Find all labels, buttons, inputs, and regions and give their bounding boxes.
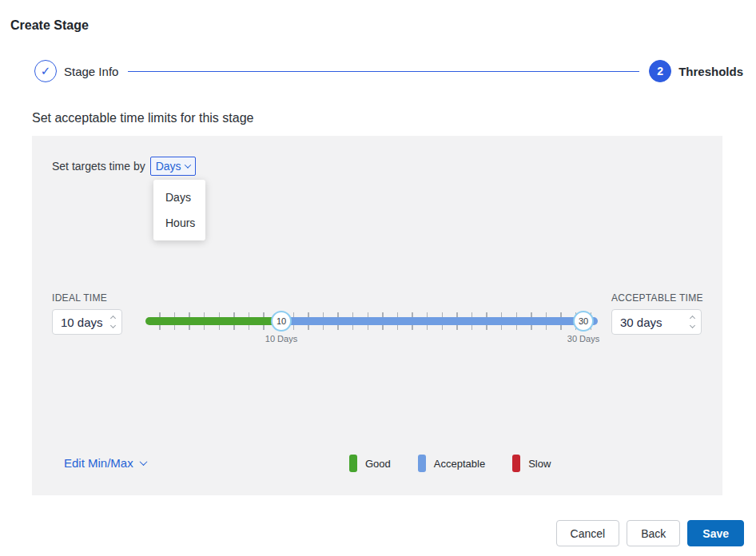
ideal-time-label: IDEAL TIME (52, 292, 107, 304)
unit-dropdown-menu: Days Hours (153, 180, 205, 240)
unit-option-hours[interactable]: Hours (153, 210, 205, 236)
thresholds-panel: Set targets time by Days Days Hours IDEA… (32, 136, 722, 495)
check-circle-icon: ✓ (34, 60, 57, 82)
stepper-connector-line (128, 71, 639, 72)
spinner-down-icon[interactable] (110, 323, 116, 328)
slow-swatch-icon (512, 455, 520, 472)
dialog-footer: Cancel Back Save (556, 520, 744, 546)
ideal-time-input[interactable]: 10 days (52, 309, 122, 335)
chevron-down-icon (139, 458, 147, 466)
acceptable-swatch-icon (418, 455, 426, 472)
spinner-up-icon[interactable] (690, 316, 695, 321)
spinner-down-icon[interactable] (690, 323, 695, 328)
spinner-up-icon[interactable] (110, 316, 116, 321)
page-title: Create Stage (10, 18, 89, 33)
acceptable-time-value: 30 days (620, 316, 686, 329)
step-number-badge: 2 (649, 60, 671, 82)
target-time-label: Set targets time by (52, 160, 145, 173)
cancel-button[interactable]: Cancel (556, 520, 620, 546)
legend: Good Acceptable Slow (349, 455, 578, 472)
acceptable-time-label: ACCEPTABLE TIME (611, 292, 703, 304)
stepper: ✓ Stage Info 2 Thresholds (34, 60, 743, 82)
edit-minmax-label: Edit Min/Max (64, 456, 133, 470)
step-thresholds[interactable]: 2 Thresholds (649, 60, 743, 82)
slider-max-label: 30 Days (559, 334, 607, 344)
chevron-down-icon (184, 161, 190, 168)
unit-dropdown-value: Days (156, 160, 181, 173)
legend-good-label: Good (365, 458, 391, 470)
step-stage-info-label: Stage Info (64, 65, 118, 78)
acceptable-time-spinner (690, 316, 694, 328)
legend-item-acceptable: Acceptable (418, 455, 485, 472)
slider-handle-max[interactable]: 30 (573, 311, 594, 332)
create-stage-dialog: Create Stage ✓ Stage Info 2 Thresholds S… (0, 0, 756, 556)
section-heading: Set acceptable time limits for this stag… (32, 111, 253, 125)
slider-handle-min[interactable]: 10 (271, 311, 292, 332)
ideal-time-spinner (111, 316, 115, 328)
step-stage-info[interactable]: ✓ Stage Info (34, 60, 118, 82)
ideal-time-value: 10 days (61, 316, 106, 329)
edit-minmax-link[interactable]: Edit Min/Max (64, 456, 146, 470)
legend-item-slow: Slow (512, 455, 551, 472)
back-button[interactable]: Back (627, 520, 680, 546)
good-swatch-icon (349, 455, 357, 472)
legend-acceptable-label: Acceptable (434, 458, 485, 470)
target-time-row: Set targets time by Days (52, 157, 196, 176)
save-button[interactable]: Save (687, 520, 744, 546)
unit-dropdown[interactable]: Days (150, 157, 196, 176)
legend-slow-label: Slow (528, 458, 551, 470)
acceptable-time-input[interactable]: 30 days (611, 309, 702, 335)
step-thresholds-label: Thresholds (678, 65, 743, 78)
slider-segment-good (145, 317, 281, 325)
slider-track[interactable] (145, 317, 598, 325)
unit-option-days[interactable]: Days (153, 185, 205, 210)
legend-item-good: Good (349, 455, 391, 472)
slider-min-label: 10 Days (257, 334, 305, 344)
slider-segment-acceptable (281, 317, 598, 325)
